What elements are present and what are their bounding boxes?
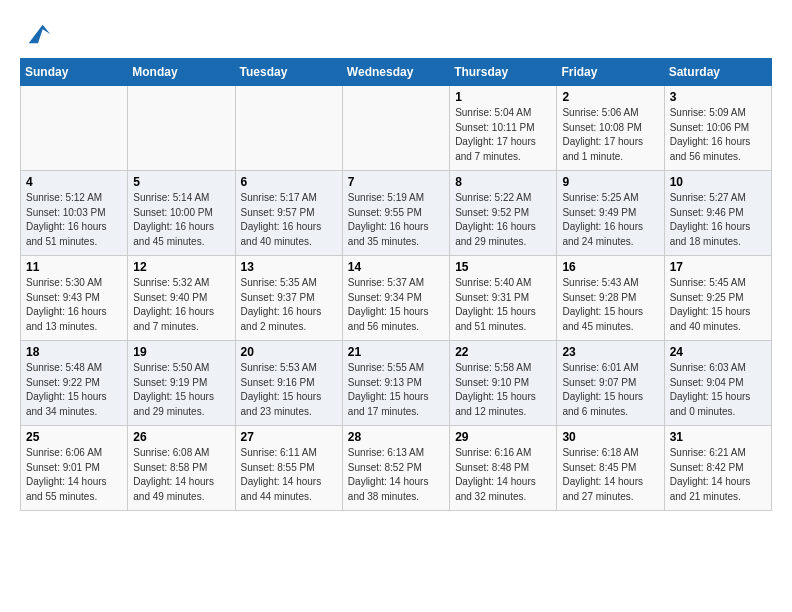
day-info: Sunrise: 5:19 AM Sunset: 9:55 PM Dayligh… bbox=[348, 191, 444, 249]
day-info: Sunrise: 5:12 AM Sunset: 10:03 PM Daylig… bbox=[26, 191, 122, 249]
day-info: Sunrise: 5:40 AM Sunset: 9:31 PM Dayligh… bbox=[455, 276, 551, 334]
calendar-day-cell: 11Sunrise: 5:30 AM Sunset: 9:43 PM Dayli… bbox=[21, 256, 128, 341]
day-info: Sunrise: 5:22 AM Sunset: 9:52 PM Dayligh… bbox=[455, 191, 551, 249]
day-number: 26 bbox=[133, 430, 229, 444]
day-info: Sunrise: 5:09 AM Sunset: 10:06 PM Daylig… bbox=[670, 106, 766, 164]
day-number: 14 bbox=[348, 260, 444, 274]
day-info: Sunrise: 5:50 AM Sunset: 9:19 PM Dayligh… bbox=[133, 361, 229, 419]
day-number: 11 bbox=[26, 260, 122, 274]
calendar-day-cell bbox=[342, 86, 449, 171]
calendar-day-cell: 29Sunrise: 6:16 AM Sunset: 8:48 PM Dayli… bbox=[450, 426, 557, 511]
calendar-day-cell: 24Sunrise: 6:03 AM Sunset: 9:04 PM Dayli… bbox=[664, 341, 771, 426]
day-info: Sunrise: 5:35 AM Sunset: 9:37 PM Dayligh… bbox=[241, 276, 337, 334]
day-number: 30 bbox=[562, 430, 658, 444]
day-info: Sunrise: 5:48 AM Sunset: 9:22 PM Dayligh… bbox=[26, 361, 122, 419]
day-info: Sunrise: 6:13 AM Sunset: 8:52 PM Dayligh… bbox=[348, 446, 444, 504]
day-number: 20 bbox=[241, 345, 337, 359]
day-number: 10 bbox=[670, 175, 766, 189]
day-number: 27 bbox=[241, 430, 337, 444]
calendar-day-cell: 27Sunrise: 6:11 AM Sunset: 8:55 PM Dayli… bbox=[235, 426, 342, 511]
calendar-header-thursday: Thursday bbox=[450, 59, 557, 86]
day-info: Sunrise: 5:55 AM Sunset: 9:13 PM Dayligh… bbox=[348, 361, 444, 419]
calendar-day-cell: 12Sunrise: 5:32 AM Sunset: 9:40 PM Dayli… bbox=[128, 256, 235, 341]
day-info: Sunrise: 5:17 AM Sunset: 9:57 PM Dayligh… bbox=[241, 191, 337, 249]
calendar-week-row: 1Sunrise: 5:04 AM Sunset: 10:11 PM Dayli… bbox=[21, 86, 772, 171]
calendar-day-cell: 4Sunrise: 5:12 AM Sunset: 10:03 PM Dayli… bbox=[21, 171, 128, 256]
calendar-day-cell: 19Sunrise: 5:50 AM Sunset: 9:19 PM Dayli… bbox=[128, 341, 235, 426]
day-number: 16 bbox=[562, 260, 658, 274]
day-number: 2 bbox=[562, 90, 658, 104]
calendar-header-row: SundayMondayTuesdayWednesdayThursdayFrid… bbox=[21, 59, 772, 86]
day-info: Sunrise: 5:45 AM Sunset: 9:25 PM Dayligh… bbox=[670, 276, 766, 334]
calendar-day-cell: 10Sunrise: 5:27 AM Sunset: 9:46 PM Dayli… bbox=[664, 171, 771, 256]
calendar-day-cell: 18Sunrise: 5:48 AM Sunset: 9:22 PM Dayli… bbox=[21, 341, 128, 426]
calendar-day-cell: 20Sunrise: 5:53 AM Sunset: 9:16 PM Dayli… bbox=[235, 341, 342, 426]
calendar-header-saturday: Saturday bbox=[664, 59, 771, 86]
calendar-day-cell bbox=[21, 86, 128, 171]
calendar-day-cell: 14Sunrise: 5:37 AM Sunset: 9:34 PM Dayli… bbox=[342, 256, 449, 341]
day-info: Sunrise: 5:27 AM Sunset: 9:46 PM Dayligh… bbox=[670, 191, 766, 249]
day-info: Sunrise: 6:16 AM Sunset: 8:48 PM Dayligh… bbox=[455, 446, 551, 504]
day-info: Sunrise: 5:53 AM Sunset: 9:16 PM Dayligh… bbox=[241, 361, 337, 419]
calendar-day-cell: 9Sunrise: 5:25 AM Sunset: 9:49 PM Daylig… bbox=[557, 171, 664, 256]
day-number: 3 bbox=[670, 90, 766, 104]
day-info: Sunrise: 6:21 AM Sunset: 8:42 PM Dayligh… bbox=[670, 446, 766, 504]
calendar-day-cell: 1Sunrise: 5:04 AM Sunset: 10:11 PM Dayli… bbox=[450, 86, 557, 171]
day-info: Sunrise: 6:06 AM Sunset: 9:01 PM Dayligh… bbox=[26, 446, 122, 504]
day-info: Sunrise: 5:04 AM Sunset: 10:11 PM Daylig… bbox=[455, 106, 551, 164]
calendar-week-row: 11Sunrise: 5:30 AM Sunset: 9:43 PM Dayli… bbox=[21, 256, 772, 341]
day-number: 21 bbox=[348, 345, 444, 359]
day-number: 29 bbox=[455, 430, 551, 444]
calendar-header-wednesday: Wednesday bbox=[342, 59, 449, 86]
calendar-header-sunday: Sunday bbox=[21, 59, 128, 86]
calendar-week-row: 18Sunrise: 5:48 AM Sunset: 9:22 PM Dayli… bbox=[21, 341, 772, 426]
day-number: 31 bbox=[670, 430, 766, 444]
calendar-header-monday: Monday bbox=[128, 59, 235, 86]
day-info: Sunrise: 5:58 AM Sunset: 9:10 PM Dayligh… bbox=[455, 361, 551, 419]
day-info: Sunrise: 5:37 AM Sunset: 9:34 PM Dayligh… bbox=[348, 276, 444, 334]
calendar-day-cell: 23Sunrise: 6:01 AM Sunset: 9:07 PM Dayli… bbox=[557, 341, 664, 426]
calendar-day-cell: 21Sunrise: 5:55 AM Sunset: 9:13 PM Dayli… bbox=[342, 341, 449, 426]
calendar-day-cell: 22Sunrise: 5:58 AM Sunset: 9:10 PM Dayli… bbox=[450, 341, 557, 426]
calendar-day-cell: 5Sunrise: 5:14 AM Sunset: 10:00 PM Dayli… bbox=[128, 171, 235, 256]
day-number: 1 bbox=[455, 90, 551, 104]
day-number: 17 bbox=[670, 260, 766, 274]
day-number: 4 bbox=[26, 175, 122, 189]
calendar-day-cell: 26Sunrise: 6:08 AM Sunset: 8:58 PM Dayli… bbox=[128, 426, 235, 511]
calendar-day-cell: 30Sunrise: 6:18 AM Sunset: 8:45 PM Dayli… bbox=[557, 426, 664, 511]
day-info: Sunrise: 5:06 AM Sunset: 10:08 PM Daylig… bbox=[562, 106, 658, 164]
day-info: Sunrise: 6:03 AM Sunset: 9:04 PM Dayligh… bbox=[670, 361, 766, 419]
calendar-day-cell: 3Sunrise: 5:09 AM Sunset: 10:06 PM Dayli… bbox=[664, 86, 771, 171]
calendar-header-friday: Friday bbox=[557, 59, 664, 86]
day-number: 24 bbox=[670, 345, 766, 359]
day-info: Sunrise: 5:14 AM Sunset: 10:00 PM Daylig… bbox=[133, 191, 229, 249]
calendar-day-cell: 6Sunrise: 5:17 AM Sunset: 9:57 PM Daylig… bbox=[235, 171, 342, 256]
day-number: 7 bbox=[348, 175, 444, 189]
day-number: 9 bbox=[562, 175, 658, 189]
day-number: 25 bbox=[26, 430, 122, 444]
day-info: Sunrise: 6:11 AM Sunset: 8:55 PM Dayligh… bbox=[241, 446, 337, 504]
calendar-day-cell: 28Sunrise: 6:13 AM Sunset: 8:52 PM Dayli… bbox=[342, 426, 449, 511]
day-info: Sunrise: 6:18 AM Sunset: 8:45 PM Dayligh… bbox=[562, 446, 658, 504]
day-number: 8 bbox=[455, 175, 551, 189]
day-info: Sunrise: 5:43 AM Sunset: 9:28 PM Dayligh… bbox=[562, 276, 658, 334]
day-number: 23 bbox=[562, 345, 658, 359]
calendar-day-cell: 25Sunrise: 6:06 AM Sunset: 9:01 PM Dayli… bbox=[21, 426, 128, 511]
day-info: Sunrise: 5:25 AM Sunset: 9:49 PM Dayligh… bbox=[562, 191, 658, 249]
calendar-table: SundayMondayTuesdayWednesdayThursdayFrid… bbox=[20, 58, 772, 511]
logo bbox=[20, 20, 52, 48]
day-number: 28 bbox=[348, 430, 444, 444]
day-info: Sunrise: 6:08 AM Sunset: 8:58 PM Dayligh… bbox=[133, 446, 229, 504]
calendar-header-tuesday: Tuesday bbox=[235, 59, 342, 86]
calendar-day-cell: 15Sunrise: 5:40 AM Sunset: 9:31 PM Dayli… bbox=[450, 256, 557, 341]
calendar-day-cell: 13Sunrise: 5:35 AM Sunset: 9:37 PM Dayli… bbox=[235, 256, 342, 341]
calendar-day-cell bbox=[235, 86, 342, 171]
day-number: 6 bbox=[241, 175, 337, 189]
calendar-day-cell bbox=[128, 86, 235, 171]
calendar-day-cell: 7Sunrise: 5:19 AM Sunset: 9:55 PM Daylig… bbox=[342, 171, 449, 256]
day-info: Sunrise: 5:30 AM Sunset: 9:43 PM Dayligh… bbox=[26, 276, 122, 334]
day-number: 19 bbox=[133, 345, 229, 359]
day-number: 15 bbox=[455, 260, 551, 274]
calendar-day-cell: 16Sunrise: 5:43 AM Sunset: 9:28 PM Dayli… bbox=[557, 256, 664, 341]
calendar-day-cell: 8Sunrise: 5:22 AM Sunset: 9:52 PM Daylig… bbox=[450, 171, 557, 256]
